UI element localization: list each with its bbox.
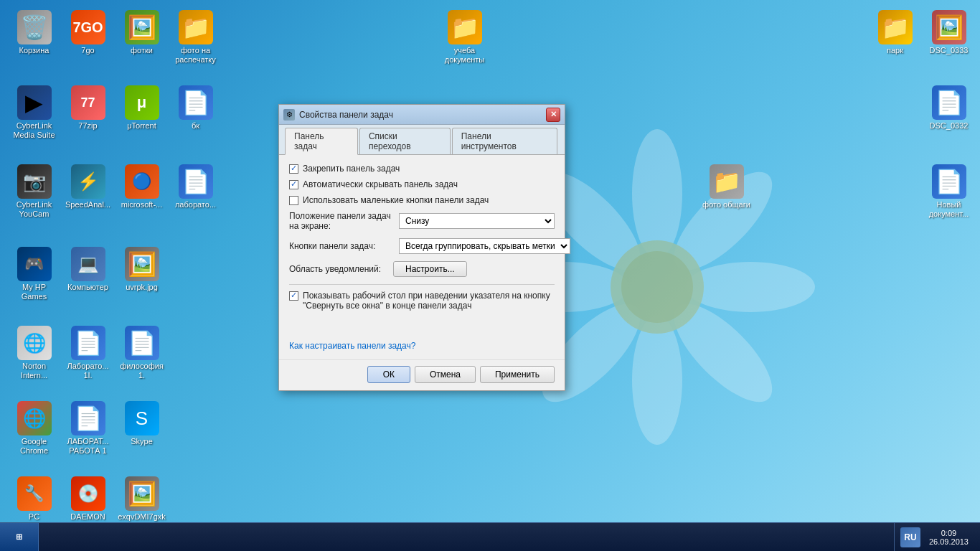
notify-label: Область уведомлений:: [289, 264, 393, 274]
show-desktop-checkbox[interactable]: [289, 291, 298, 301]
buttons-row: Кнопки панели задач: Всегда группировать…: [289, 238, 555, 254]
webcam-icon: 📷: [17, 164, 52, 199]
autohide-checkbox[interactable]: [289, 180, 298, 189]
dsc333-icon: 🖼️: [932, 10, 966, 44]
desktop-icon-computer[interactable]: 💻 Компьютер: [61, 244, 115, 295]
clock-time: 0:09: [929, 529, 969, 537]
icon-label: лаборато...: [175, 200, 216, 209]
show-desktop-label: Показывать рабочий стол при наведении ук…: [303, 291, 555, 311]
desktop: 🗑️ Корзина 7GO 7go 🖼️ фотки 📁 фото на ра…: [0, 0, 980, 551]
cancel-button[interactable]: Отмена: [415, 366, 476, 383]
desktop-icon-ms[interactable]: 🔵 microsoft-...: [115, 161, 169, 212]
clock-date: 26.09.2013: [929, 537, 969, 546]
speed-icon: ⚡: [71, 164, 105, 199]
desktop-icon-skype[interactable]: S Skype: [115, 398, 169, 449]
icon-label: Лаборато... 1I.: [64, 362, 112, 380]
taskbar-items: [39, 523, 894, 551]
icon-label: Norton Intern...: [10, 362, 58, 380]
icon-label: uvrpk.jpg: [126, 283, 158, 292]
desktop-icon-speed[interactable]: ⚡ SpeedAnal...: [61, 161, 115, 212]
desktop-icon-study[interactable]: 📁 учеба документы: [438, 7, 491, 67]
icon-label: CyberLink Media Suite: [10, 121, 58, 140]
study-folder-icon: 📁: [448, 10, 482, 44]
icon-label: CyberLink YouCam: [10, 200, 58, 219]
desktop-icon-jpg[interactable]: 🖼️ uvrpk.jpg: [115, 244, 169, 295]
icon-label: SpeedAnal...: [65, 200, 110, 209]
desktop-icon-fotoobc[interactable]: 📁 фото общаги: [699, 161, 753, 212]
icon-label: μTorrent: [127, 121, 156, 131]
apply-button[interactable]: Применить: [480, 366, 555, 383]
desktop-icon-phil[interactable]: 📄 философия 1.: [115, 323, 169, 383]
tab-jumplist[interactable]: Списки переходов: [359, 128, 451, 154]
notify-configure-button[interactable]: Настроить...: [393, 261, 467, 277]
start-label: ⊞: [16, 532, 22, 542]
small-buttons-checkbox[interactable]: [289, 196, 298, 205]
autohide-row: Автоматически скрывать панель задач: [289, 179, 555, 189]
desktop-icon-print[interactable]: 📁 фото на распечатку: [169, 7, 222, 67]
icon-label: бк: [192, 121, 199, 131]
desktop-icon-norton[interactable]: 🌐 Norton Intern...: [7, 323, 61, 383]
labora-doc-icon: 📄: [71, 401, 105, 435]
dialog-title-text: Свойства панели задач: [299, 110, 393, 120]
icon-label: Skype: [131, 437, 153, 446]
dialog-close-button[interactable]: ✕: [546, 108, 560, 122]
small-buttons-label: Использовать маленькие кнопки панели зад…: [303, 195, 489, 205]
chrome-icon: 🌐: [17, 401, 52, 435]
desktop-icon-newdoc[interactable]: 📄 Новый документ...: [922, 161, 976, 222]
start-button[interactable]: ⊞: [0, 523, 39, 551]
taskbar-properties-dialog[interactable]: ⚙ Свойства панели задач ✕ Панель задач С…: [278, 104, 565, 391]
lock-taskbar-row: Закрепить панель задач: [289, 164, 555, 174]
desktop-icon-7go[interactable]: 7GO 7go: [61, 7, 115, 58]
photo2-icon: 🖼️: [125, 476, 159, 511]
newdoc-icon: 📄: [932, 164, 966, 199]
desktop-icon-myhp[interactable]: 🎮 My HP Games: [7, 244, 61, 304]
lock-taskbar-checkbox[interactable]: [289, 164, 298, 174]
tab-toolbar[interactable]: Панели инструментов: [452, 128, 557, 154]
tab-taskbar[interactable]: Панель задач: [285, 128, 358, 155]
icon-label: 77zip: [78, 121, 97, 131]
desktop-icon-77zip[interactable]: 77 77zip: [61, 83, 115, 133]
icon-label: фото общаги: [702, 200, 750, 209]
desktop-icon-utorrent[interactable]: μ μTorrent: [115, 83, 169, 133]
dsc332-icon: 📄: [932, 85, 966, 120]
utorrent-icon: μ: [125, 85, 159, 120]
dialog-title-area: ⚙ Свойства панели задач: [283, 109, 393, 121]
photos-icon: 🖼️: [125, 10, 159, 44]
icon-label: microsoft-...: [121, 200, 162, 209]
icon-label: My HP Games: [10, 283, 58, 301]
desktop-icon-park[interactable]: 📁 парк: [868, 7, 922, 58]
buttons-label: Кнопки панели задач:: [289, 241, 393, 251]
show-desktop-row: Показывать рабочий стол при наведении ук…: [289, 291, 555, 311]
desktop-icon-photo2[interactable]: 🖼️ exqvDMI7gxk: [115, 474, 169, 524]
icon-label: Google Chrome: [10, 437, 58, 456]
desktop-icon-chrome[interactable]: 🌐 Google Chrome: [7, 398, 61, 458]
icon-label: парк: [887, 46, 903, 55]
desktop-icon-recycle[interactable]: 🗑️ Корзина: [7, 7, 61, 58]
desktop-icon-dsc333[interactable]: 🖼️ DSC_0333: [922, 7, 976, 58]
desktop-icon-lab[interactable]: 📄 лаборато...: [169, 161, 222, 212]
bk-doc-icon: 📄: [179, 85, 213, 120]
ms-icon: 🔵: [125, 164, 159, 199]
print-folder-icon: 📁: [179, 10, 213, 44]
desktop-icon-webcam[interactable]: 📷 CyberLink YouCam: [7, 161, 61, 222]
lab2-doc-icon: 📄: [71, 326, 105, 360]
small-buttons-row: Использовать маленькие кнопки панели зад…: [289, 195, 555, 205]
phil-doc-icon: 📄: [125, 326, 159, 360]
icon-label: exqvDMI7gxk: [118, 512, 166, 522]
icon-label: 7go: [81, 46, 94, 55]
position-select[interactable]: Снизу Сверху Слева Справа: [399, 213, 555, 229]
icon-label: учеба документы: [440, 46, 489, 65]
icon-label: фотки: [131, 46, 153, 55]
ok-button[interactable]: ОК: [367, 366, 410, 383]
desktop-icon-labora[interactable]: 📄 ЛАБОРАТ... РАБОТА 1: [61, 398, 115, 458]
help-link[interactable]: Как настраивать панели задач?: [289, 341, 415, 351]
desktop-icon-lab2[interactable]: 📄 Лаборато... 1I.: [61, 323, 115, 383]
buttons-select[interactable]: Всегда группировать, скрывать метки Груп…: [399, 238, 570, 254]
taskbar-clock[interactable]: 0:09 26.09.2013: [923, 529, 974, 546]
desktop-icon-photos[interactable]: 🖼️ фотки: [115, 7, 169, 58]
language-indicator[interactable]: RU: [900, 527, 920, 547]
desktop-icon-cyberlink[interactable]: ▶ CyberLink Media Suite: [7, 83, 61, 143]
position-label: Положение панели задач на экране:: [289, 211, 393, 231]
desktop-icon-bk[interactable]: 📄 бк: [169, 83, 222, 133]
desktop-icon-dsc332[interactable]: 📄 DSC_0332: [922, 83, 976, 133]
